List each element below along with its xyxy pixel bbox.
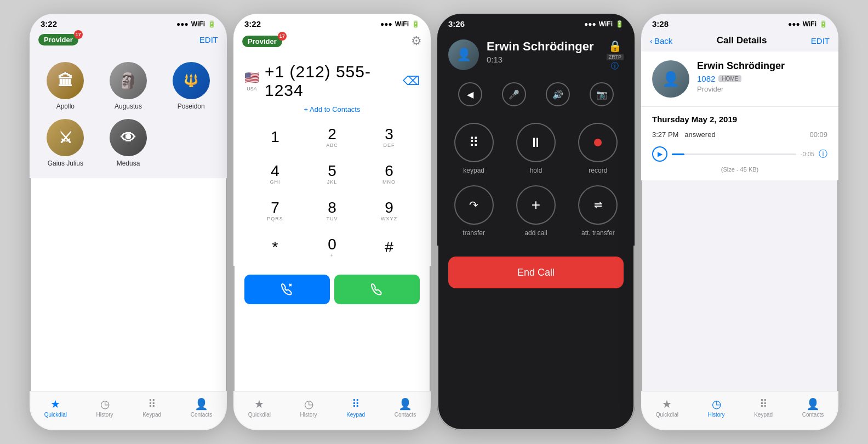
contact-number[interactable]: 1082	[697, 74, 715, 83]
action-record[interactable]: record	[573, 123, 624, 174]
country-code-label: USA	[247, 86, 257, 92]
backspace-button[interactable]: ⌫	[403, 74, 420, 88]
phone-screen-3: 3:26 ●●● WiFi 🔋 👤 Erwin Schrödinger 0:13…	[437, 14, 635, 430]
key-4[interactable]: 4 GHI	[247, 156, 304, 192]
action-add-call[interactable]: + add call	[510, 185, 561, 237]
gear-icon-2[interactable]: ⚙	[411, 34, 422, 48]
keypad-circle: ⠿	[454, 123, 494, 162]
keypad-tab-label-2: Keypad	[346, 412, 365, 418]
quickdial-item-augustus[interactable]: 🗿 Augustus	[101, 62, 156, 110]
info-icon-4[interactable]: ⓘ	[819, 149, 827, 160]
keypad-tab-icon-4: ⠿	[760, 397, 768, 411]
tab-contacts-2[interactable]: 👤 Contacts	[395, 397, 416, 418]
tab-quickdial-1[interactable]: ★ Quickdial	[44, 397, 67, 418]
tab-keypad-2[interactable]: ⠿ Keypad	[346, 397, 365, 418]
back-button[interactable]: ‹ Back	[650, 36, 672, 45]
edit-button-1[interactable]: EDIT	[199, 35, 218, 44]
status-time-2: 3:22	[244, 19, 261, 29]
key-8[interactable]: 8 TUV	[304, 192, 361, 229]
transfer-action-label: transfer	[462, 229, 485, 237]
tab-history-1[interactable]: ◷ History	[96, 397, 113, 418]
avatar-apollo: 🏛	[47, 62, 84, 99]
tab-bar-4: ★ Quickdial ◷ History ⠿ Keypad 👤 Contact…	[641, 391, 838, 430]
action-att-transfer[interactable]: ⇌ att. transfer	[573, 185, 624, 237]
home-tag: HOME	[718, 75, 741, 82]
flag-icon: 🇺🇸	[244, 71, 259, 85]
tab-quickdial-4[interactable]: ★ Quickdial	[656, 397, 678, 418]
lock-icon: 🔒	[608, 39, 622, 53]
screen2-header: Provider 17 ⚙	[233, 31, 431, 54]
tab-contacts-1[interactable]: 👤 Contacts	[191, 397, 212, 418]
action-hold[interactable]: ⏸ hold	[510, 123, 561, 174]
progress-bar[interactable]	[672, 153, 796, 155]
history-tab-icon-1: ◷	[100, 397, 110, 411]
contacts-tab-icon-4: 👤	[806, 397, 820, 411]
contacts-tab-icon-1: 👤	[195, 397, 208, 411]
hold-circle: ⏸	[516, 123, 556, 162]
phone-screen-2: 3:22 ●●● WiFi 🔋 Provider 17 ⚙ 🇺🇸 USA +1	[233, 14, 431, 430]
key-5[interactable]: 5 JKL	[304, 156, 361, 192]
edit-button-4[interactable]: EDIT	[811, 36, 830, 45]
play-button[interactable]: ▶	[652, 146, 667, 162]
key-hash[interactable]: #	[361, 229, 418, 266]
phone-screen-4: 3:28 ●●● WiFi 🔋 ‹ Back Call Details EDIT…	[641, 14, 838, 430]
phone-call-button[interactable]	[334, 275, 420, 304]
provider-badge-1[interactable]: Provider 17	[38, 34, 78, 45]
wifi-icon-4: WiFi	[803, 20, 816, 28]
action-transfer[interactable]: ↷ transfer	[448, 185, 499, 237]
provider-badge-2[interactable]: Provider 17	[242, 36, 282, 47]
add-to-contacts-btn[interactable]: + Add to Contacts	[233, 104, 431, 119]
tab-history-4[interactable]: ◷ History	[708, 397, 725, 418]
quickdial-tab-label-4: Quickdial	[656, 412, 678, 418]
status-bar-1: 3:22 ●●● WiFi 🔋	[30, 14, 227, 31]
video-button[interactable]: 📷	[590, 82, 614, 106]
wifi-icon-1: WiFi	[191, 20, 205, 28]
record-dot-icon	[594, 139, 602, 146]
tab-keypad-1[interactable]: ⠿ Keypad	[142, 397, 161, 418]
quickdial-item-medusa[interactable]: 👁 Medusa	[101, 119, 156, 167]
back-nav-btn[interactable]: ◀	[458, 82, 482, 106]
status-icons-3: ●●● WiFi 🔋	[584, 20, 624, 28]
speaker-button[interactable]: 🔊	[546, 82, 570, 106]
key-3[interactable]: 3 DEF	[361, 119, 418, 156]
avatar-augustus: 🗿	[110, 62, 147, 99]
key-6[interactable]: 6 MNO	[361, 156, 418, 192]
key-1[interactable]: 1	[247, 119, 304, 156]
call-header: 👤 Erwin Schrödinger 0:13 🔒 ZRTP ⓘ	[437, 31, 635, 77]
info-icon-zrtp[interactable]: ⓘ	[611, 61, 619, 71]
tab-history-2[interactable]: ◷ History	[300, 397, 317, 418]
call-duration-display: 00:09	[809, 130, 827, 139]
label-apollo: Apollo	[56, 103, 75, 110]
tab-contacts-4[interactable]: 👤 Contacts	[802, 397, 824, 418]
label-gaius: Gaius Julius	[48, 160, 83, 167]
contacts-tab-icon-2: 👤	[398, 397, 412, 411]
wifi-icon-3: WiFi	[599, 20, 613, 28]
status-bar-4: 3:28 ●●● WiFi 🔋	[641, 14, 838, 31]
action-keypad[interactable]: ⠿ keypad	[448, 123, 499, 174]
call-buttons	[244, 275, 420, 304]
key-7[interactable]: 7 PQRS	[247, 192, 304, 229]
avatar-poseidon: 🔱	[173, 62, 210, 99]
contact-avatar-4: 👤	[652, 60, 689, 98]
key-0[interactable]: 0 +	[304, 229, 361, 266]
tab-quickdial-2[interactable]: ★ Quickdial	[248, 397, 271, 418]
quickdial-item-apollo[interactable]: 🏛 Apollo	[38, 62, 93, 110]
status-time-3: 3:26	[448, 19, 465, 29]
quickdial-item-poseidon[interactable]: 🔱 Poseidon	[164, 62, 218, 110]
mute-button[interactable]: 🎤	[502, 82, 526, 106]
tab-keypad-4[interactable]: ⠿ Keypad	[754, 397, 773, 418]
key-2[interactable]: 2 ABC	[304, 119, 361, 156]
add-call-action-label: add call	[524, 229, 547, 237]
record-action-label: record	[589, 167, 607, 174]
keypad-tab-icon-2: ⠿	[352, 397, 360, 411]
key-9[interactable]: 9 WXYZ	[361, 192, 418, 229]
voip-call-button[interactable]	[244, 275, 330, 304]
att-transfer-action-label: att. transfer	[581, 229, 615, 237]
zrtp-label: ZRTP	[607, 54, 624, 60]
quickdial-item-gaius[interactable]: ⚔ Gaius Julius	[38, 119, 93, 167]
contact-number-row: 1082 HOME	[697, 74, 827, 83]
end-call-button[interactable]: End Call	[448, 257, 624, 288]
quickdial-tab-icon-2: ★	[254, 397, 264, 411]
avatar-medusa: 👁	[110, 119, 147, 156]
key-star[interactable]: *	[247, 229, 304, 266]
